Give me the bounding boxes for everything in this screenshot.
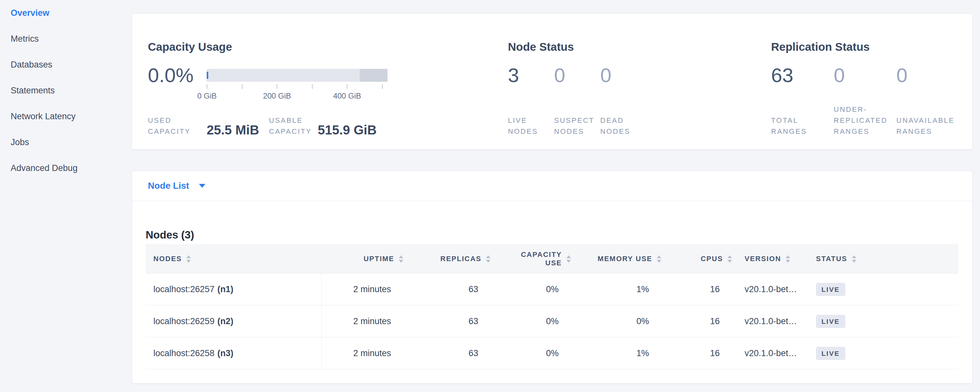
under-replicated-ranges-count: 0: [834, 65, 896, 86]
uptime-cell: 2 minutes: [321, 273, 403, 305]
sort-icon: [399, 255, 403, 263]
column-header-status[interactable]: STATUS: [816, 245, 958, 273]
status-badge: LIVE: [816, 347, 845, 360]
axis-label-0gib: 0 GiB: [181, 91, 233, 100]
column-header-version[interactable]: VERSION: [732, 245, 816, 273]
replication-labels: TOTAL RANGES UNDER-REPLICATED RANGES UNA…: [771, 104, 959, 137]
nodes-table-header: NODES UPTIME REPLICAS CAPACITY USE MEMOR…: [146, 244, 958, 273]
node-name-cell: localhost:26259 (n2): [146, 305, 321, 337]
axis-label-400gib: 400 GiB: [321, 91, 373, 100]
sort-icon: [786, 255, 790, 263]
axis-tick: [242, 84, 242, 89]
unavailable-ranges-count: 0: [896, 65, 959, 86]
status-cell: LIVE: [816, 273, 958, 305]
live-nodes-count: 3: [508, 65, 554, 86]
sidebar-item-metrics[interactable]: Metrics: [0, 26, 132, 52]
memory-use-cell: 0%: [571, 305, 661, 337]
sort-icon: [186, 255, 191, 263]
axis-label-200gib: 200 GiB: [251, 91, 303, 100]
node-id: (n3): [217, 348, 234, 359]
column-header-cpus[interactable]: CPUS: [661, 245, 732, 273]
version-cell: v20.1.0-bet…: [732, 273, 816, 305]
capacity-bar-reserved-segment: [360, 69, 388, 82]
capacity-bar-used-segment: [207, 72, 208, 79]
axis-tick: [347, 84, 347, 89]
sort-icon: [486, 255, 490, 263]
replication-numbers: 63 0 0: [771, 65, 959, 86]
axis-tick: [277, 84, 277, 89]
replicas-cell: 63: [403, 273, 490, 305]
overview-page: Overview Metrics Databases Statements Ne…: [0, 0, 980, 392]
replicas-cell: 63: [403, 337, 490, 369]
total-ranges-label: TOTAL RANGES: [771, 115, 834, 137]
node-status-labels: LIVE NODES SUSPECT NODES DEAD NODES: [508, 115, 646, 137]
sort-icon: [852, 255, 856, 263]
sidebar-item-databases[interactable]: Databases: [0, 52, 132, 78]
column-header-memory-use[interactable]: MEMORY USE: [571, 245, 661, 273]
unavailable-ranges-label: UNAVAILABLE RANGES: [896, 115, 959, 137]
chevron-down-icon: [199, 184, 205, 188]
replication-status-title: Replication Status: [771, 40, 870, 53]
capacity-usage-title: Capacity Usage: [148, 40, 232, 53]
capacity-stats: USED CAPACITY 25.5 MiB USABLE CAPACITY 5…: [148, 115, 377, 137]
uptime-cell: 2 minutes: [321, 337, 403, 369]
node-name-cell: localhost:26258 (n3): [146, 337, 321, 369]
uptime-cell: 2 minutes: [321, 305, 403, 337]
node-list-toolbar: Node List: [132, 171, 972, 201]
axis-tick: [207, 84, 207, 89]
cpus-cell: 16: [661, 337, 732, 369]
sidebar-item-overview[interactable]: Overview: [0, 0, 132, 26]
sort-icon: [566, 255, 571, 263]
column-header-uptime[interactable]: UPTIME: [321, 245, 403, 273]
cluster-summary-card: Capacity Usage 0.0% 0 GiB 200 GiB 400 Gi…: [132, 13, 972, 150]
live-nodes-label: LIVE NODES: [508, 115, 554, 137]
status-cell: LIVE: [816, 337, 958, 369]
sidebar-item-advanced-debug[interactable]: Advanced Debug: [0, 155, 132, 181]
column-header-capacity-use[interactable]: CAPACITY USE: [490, 245, 571, 273]
node-host: localhost:26257: [153, 284, 215, 295]
sidebar-item-jobs[interactable]: Jobs: [0, 129, 132, 155]
version-cell: v20.1.0-bet…: [732, 305, 816, 337]
column-header-replicas[interactable]: REPLICAS: [403, 245, 490, 273]
node-host: localhost:26258: [153, 348, 215, 359]
node-list-dropdown-label: Node List: [148, 181, 189, 191]
table-row[interactable]: localhost:26257 (n1) 2 minutes 63 0% 1% …: [146, 273, 958, 305]
sidebar-item-statements[interactable]: Statements: [0, 78, 132, 104]
total-ranges-count: 63: [771, 65, 834, 86]
node-list-card: Node List Nodes (3) NODES UPTIME REPLICA…: [132, 171, 972, 384]
nodes-count-heading: Nodes (3): [146, 229, 194, 241]
node-list-dropdown[interactable]: Node List: [148, 181, 205, 191]
sort-icon: [657, 255, 661, 263]
suspect-nodes-label: SUSPECT NODES: [554, 115, 600, 137]
capacity-use-cell: 0%: [490, 337, 571, 369]
sidebar: Overview Metrics Databases Statements Ne…: [0, 0, 132, 181]
capacity-usage-bar: 0 GiB 200 GiB 400 GiB: [207, 69, 388, 82]
suspect-nodes-count: 0: [554, 65, 600, 86]
cpus-cell: 16: [661, 305, 732, 337]
status-badge: LIVE: [816, 283, 845, 296]
table-row[interactable]: localhost:26258 (n3) 2 minutes 63 0% 1% …: [146, 337, 958, 370]
usable-capacity-value: 515.9 GiB: [318, 123, 377, 137]
dead-nodes-label: DEAD NODES: [600, 115, 646, 137]
dead-nodes-count: 0: [600, 65, 646, 86]
nodes-table: NODES UPTIME REPLICAS CAPACITY USE MEMOR…: [146, 244, 958, 370]
cpus-cell: 16: [661, 273, 732, 305]
capacity-use-cell: 0%: [490, 273, 571, 305]
under-replicated-ranges-label: UNDER-REPLICATED RANGES: [834, 104, 896, 137]
column-header-nodes[interactable]: NODES: [146, 245, 321, 273]
status-cell: LIVE: [816, 305, 958, 337]
node-status-numbers: 3 0 0: [508, 65, 646, 86]
node-id: (n1): [217, 284, 234, 295]
sidebar-item-network-latency[interactable]: Network Latency: [0, 104, 132, 129]
node-name-cell: localhost:26257 (n1): [146, 273, 321, 305]
status-badge: LIVE: [816, 315, 845, 328]
node-status-title: Node Status: [508, 40, 574, 53]
usable-capacity-label: USABLE CAPACITY: [269, 115, 318, 137]
axis-tick: [382, 84, 383, 89]
node-host: localhost:26259: [153, 316, 215, 327]
capacity-use-cell: 0%: [490, 305, 571, 337]
used-capacity-label: USED CAPACITY: [148, 115, 207, 137]
capacity-used-percent: 0.0%: [148, 65, 193, 86]
table-row[interactable]: localhost:26259 (n2) 2 minutes 63 0% 0% …: [146, 305, 958, 337]
replicas-cell: 63: [403, 305, 490, 337]
